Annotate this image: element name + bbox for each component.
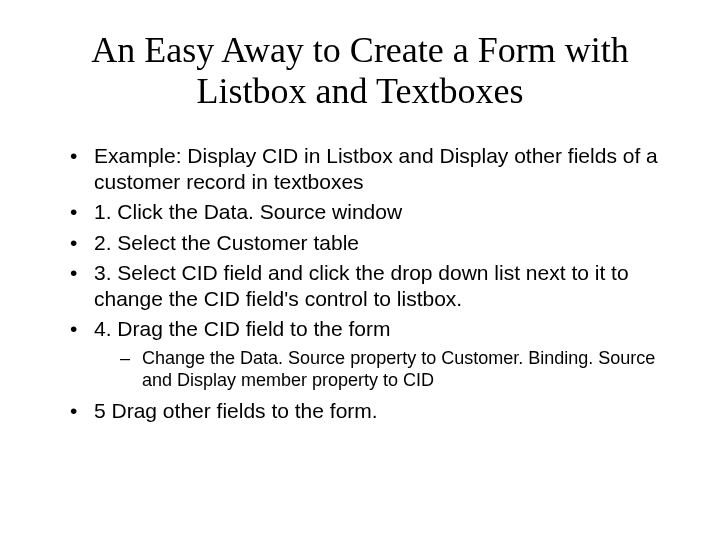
bullet-text: 2. Select the Customer table	[94, 231, 359, 254]
list-item: 2. Select the Customer table	[70, 230, 670, 256]
slide: An Easy Away to Create a Form with Listb…	[0, 0, 720, 540]
list-item: Example: Display CID in Listbox and Disp…	[70, 143, 670, 196]
bullet-text: 4. Drag the CID field to the form	[94, 317, 390, 340]
sub-bullet-list: Change the Data. Source property to Cust…	[120, 347, 670, 392]
list-item: Change the Data. Source property to Cust…	[120, 347, 670, 392]
bullet-list: Example: Display CID in Listbox and Disp…	[70, 143, 670, 424]
bullet-text: Example: Display CID in Listbox and Disp…	[94, 144, 658, 193]
list-item: 3. Select CID field and click the drop d…	[70, 260, 670, 313]
list-item: 4. Drag the CID field to the form Change…	[70, 316, 670, 391]
bullet-text: 3. Select CID field and click the drop d…	[94, 261, 629, 310]
slide-title: An Easy Away to Create a Form with Listb…	[80, 30, 640, 113]
bullet-text: 5 Drag other fields to the form.	[94, 399, 378, 422]
list-item: 5 Drag other fields to the form.	[70, 398, 670, 424]
list-item: 1. Click the Data. Source window	[70, 199, 670, 225]
bullet-text: Change the Data. Source property to Cust…	[142, 348, 655, 391]
bullet-text: 1. Click the Data. Source window	[94, 200, 402, 223]
